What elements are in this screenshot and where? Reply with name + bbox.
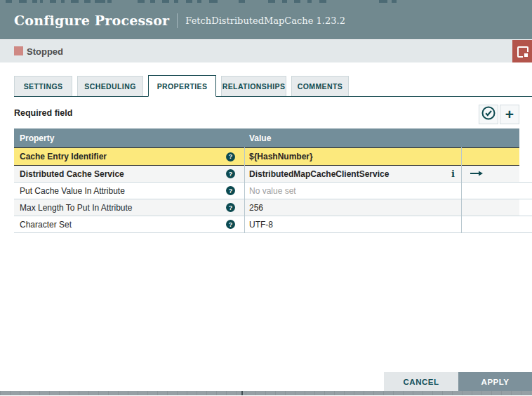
property-value[interactable]: DistributedMapCacheClientService bbox=[249, 169, 389, 179]
tab-settings[interactable]: SETTINGS bbox=[14, 76, 72, 96]
question-circle-icon[interactable]: ? bbox=[226, 203, 235, 212]
property-value[interactable]: UTF-8 bbox=[249, 220, 273, 230]
add-property-button[interactable]: + bbox=[500, 105, 519, 124]
table-row[interactable]: Max Length To Put In Attribute ? 256 bbox=[14, 199, 532, 216]
question-circle-icon[interactable]: ? bbox=[226, 169, 235, 178]
property-name: Distributed Cache Service bbox=[14, 169, 124, 179]
question-circle-icon[interactable]: ? bbox=[226, 220, 235, 229]
status-label: Stopped bbox=[27, 40, 63, 62]
go-to-service-button[interactable] bbox=[470, 169, 484, 179]
canvas-grid-mark bbox=[241, 391, 243, 395]
property-name: Max Length To Put In Attribute bbox=[14, 203, 133, 213]
question-circle-icon[interactable]: ? bbox=[226, 186, 235, 195]
tab-comments[interactable]: COMMENTS bbox=[291, 76, 349, 96]
cancel-button[interactable]: CANCEL bbox=[384, 372, 458, 391]
column-header-value: Value bbox=[244, 133, 271, 143]
table-row[interactable]: Distributed Cache Service ? DistributedM… bbox=[14, 166, 532, 183]
info-icon[interactable]: i bbox=[451, 169, 455, 179]
property-name: Cache Entry Identifier bbox=[14, 152, 107, 161]
property-name: Character Set bbox=[14, 220, 72, 230]
property-value[interactable]: ${HashNumber} bbox=[249, 152, 313, 161]
property-name: Put Cache Value In Attribute bbox=[14, 186, 125, 196]
status-bar: Stopped bbox=[0, 40, 532, 62]
table-row[interactable]: Put Cache Value In Attribute ? No value … bbox=[14, 183, 532, 199]
background-canvas-strip bbox=[0, 391, 532, 395]
title-row: Configure Processor FetchDistributedMapC… bbox=[14, 13, 345, 28]
tab-properties[interactable]: PROPERTIES bbox=[148, 75, 216, 97]
processor-name-version: FetchDistributedMapCache 1.23.2 bbox=[185, 15, 345, 26]
checkmark-circle-icon bbox=[481, 105, 496, 124]
required-field-label: Required field bbox=[14, 108, 72, 118]
dialog-header: Configure Processor FetchDistributedMapC… bbox=[0, 0, 532, 39]
question-circle-icon[interactable]: ? bbox=[226, 152, 235, 161]
table-row[interactable]: Cache Entry Identifier ? ${HashNumber} bbox=[14, 147, 519, 166]
tab-scheduling[interactable]: SCHEDULING bbox=[77, 76, 143, 96]
column-divider bbox=[244, 147, 245, 233]
plus-icon: + bbox=[505, 107, 514, 121]
dialog-tabs: SETTINGS SCHEDULING PROPERTIES RELATIONS… bbox=[14, 75, 532, 97]
dialog-title: Configure Processor bbox=[14, 13, 169, 28]
column-divider bbox=[461, 147, 462, 233]
stopped-status-icon bbox=[14, 46, 23, 55]
tab-relationships[interactable]: RELATIONSHIPS bbox=[221, 76, 286, 96]
apply-button[interactable]: APPLY bbox=[458, 372, 532, 391]
sticky-note-icon bbox=[517, 46, 528, 58]
column-header-property: Property bbox=[14, 133, 244, 143]
table-row[interactable]: Character Set ? UTF-8 bbox=[14, 216, 532, 233]
bulletin-indicator[interactable] bbox=[512, 40, 532, 62]
verify-properties-button[interactable] bbox=[479, 105, 498, 124]
properties-table: Property Value Cache Entry Identifier ? … bbox=[14, 128, 532, 233]
property-value[interactable]: 256 bbox=[249, 203, 263, 213]
property-value[interactable]: No value set bbox=[249, 186, 296, 196]
table-header: Property Value bbox=[14, 128, 519, 147]
title-divider bbox=[177, 13, 178, 28]
